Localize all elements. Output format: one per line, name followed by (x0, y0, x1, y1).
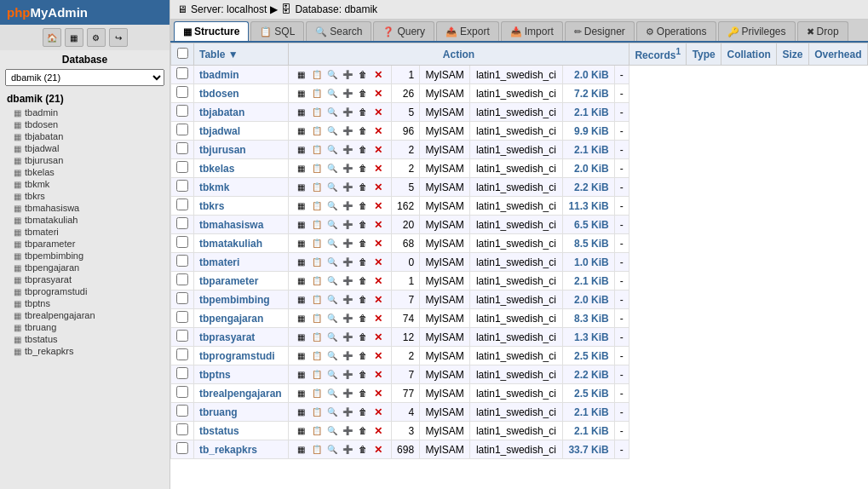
row-checkbox[interactable] (176, 405, 188, 417)
empty-icon[interactable]: 🗑 (356, 424, 370, 438)
table-name-cell[interactable]: tbkrs (194, 197, 289, 216)
browse-icon[interactable]: ▦ (295, 218, 308, 232)
structure-icon[interactable]: 📋 (310, 312, 324, 325)
row-checkbox[interactable] (176, 273, 188, 285)
table-name-cell[interactable]: tbkmk (194, 178, 289, 197)
table-name-cell[interactable]: tbdosen (194, 84, 289, 103)
insert-icon[interactable]: ➕ (341, 181, 354, 194)
empty-icon[interactable]: 🗑 (356, 162, 370, 175)
sidebar-item-tbprasyarat[interactable]: ▦tbprasyarat (0, 273, 170, 285)
insert-icon[interactable]: ➕ (341, 218, 354, 232)
browse-icon[interactable]: ▦ (295, 124, 308, 138)
table-name-cell[interactable]: tbjadwal (194, 122, 289, 141)
tab-query[interactable]: ❓Query (373, 21, 434, 41)
drop-icon[interactable]: ✕ (371, 68, 385, 82)
tab-import[interactable]: 📥Import (501, 21, 563, 41)
db-select[interactable]: dbamik (21) (5, 69, 164, 86)
search-icon[interactable]: 🔍 (325, 256, 339, 269)
browse-icon[interactable]: ▦ (295, 106, 308, 119)
row-checkbox[interactable] (176, 311, 188, 323)
insert-icon[interactable]: ➕ (341, 143, 354, 157)
table-name-cell[interactable]: tbmateri (194, 253, 289, 272)
sidebar-item-tbstatus[interactable]: ▦tbstatus (0, 333, 170, 345)
insert-icon[interactable]: ➕ (341, 68, 354, 82)
table-name-cell[interactable]: tbprasyarat (194, 328, 289, 347)
search-icon[interactable]: 🔍 (325, 106, 339, 119)
table-name-cell[interactable]: tbkelas (194, 159, 289, 178)
drop-icon[interactable]: ✕ (371, 387, 385, 400)
sidebar-item-tb_rekapkrs[interactable]: ▦tb_rekapkrs (0, 345, 170, 357)
drop-icon[interactable]: ✕ (371, 181, 385, 194)
structure-icon[interactable]: 📋 (310, 143, 324, 157)
row-checkbox[interactable] (176, 423, 188, 435)
sidebar-item-tbparameter[interactable]: ▦tbparameter (0, 238, 170, 250)
search-icon[interactable]: 🔍 (325, 387, 339, 400)
row-checkbox[interactable] (176, 255, 188, 267)
structure-icon[interactable]: 📋 (310, 349, 324, 363)
logout-icon[interactable]: ↪ (109, 28, 128, 47)
insert-icon[interactable]: ➕ (341, 256, 354, 269)
browse-icon[interactable]: ▦ (295, 424, 308, 438)
table-name-cell[interactable]: tbadmin (194, 66, 289, 84)
row-checkbox[interactable] (176, 348, 188, 360)
insert-icon[interactable]: ➕ (341, 237, 354, 250)
sidebar-item-tbpembimbing[interactable]: ▦tbpembimbing (0, 250, 170, 262)
insert-icon[interactable]: ➕ (341, 368, 354, 382)
row-checkbox[interactable] (176, 86, 188, 98)
empty-icon[interactable]: 🗑 (356, 87, 370, 101)
browse-icon[interactable]: ▦ (295, 68, 308, 82)
table-name-cell[interactable]: tbruang (194, 403, 289, 422)
insert-icon[interactable]: ➕ (341, 162, 354, 175)
insert-icon[interactable]: ➕ (341, 87, 354, 101)
browse-icon[interactable]: ▦ (295, 237, 308, 250)
drop-icon[interactable]: ✕ (371, 106, 385, 119)
sidebar-item-tbdosen[interactable]: ▦tbdosen (0, 118, 170, 130)
settings-icon[interactable]: ⚙ (87, 28, 106, 47)
structure-icon[interactable]: 📋 (310, 124, 324, 138)
sidebar-item-tbmahasiswa[interactable]: ▦tbmahasiswa (0, 202, 170, 214)
sidebar-item-tbkelas[interactable]: ▦tbkelas (0, 166, 170, 178)
empty-icon[interactable]: 🗑 (356, 349, 370, 363)
row-checkbox[interactable] (176, 180, 188, 192)
sidebar-item-tbjadwal[interactable]: ▦tbjadwal (0, 142, 170, 154)
drop-icon[interactable]: ✕ (371, 312, 385, 325)
structure-icon[interactable]: 📋 (310, 87, 324, 101)
sidebar-item-tbptns[interactable]: ▦tbptns (0, 297, 170, 309)
browse-icon[interactable]: ▦ (295, 406, 308, 419)
sidebar-item-tbadmin[interactable]: ▦tbadmin (0, 106, 170, 118)
sql-icon[interactable]: ▦ (65, 28, 83, 47)
structure-icon[interactable]: 📋 (310, 199, 324, 213)
drop-icon[interactable]: ✕ (371, 87, 385, 101)
sidebar-item-tbrealpengajaran[interactable]: ▦tbrealpengajaran (0, 309, 170, 321)
row-checkbox[interactable] (176, 124, 188, 135)
drop-icon[interactable]: ✕ (371, 162, 385, 175)
drop-icon[interactable]: ✕ (371, 274, 385, 288)
search-icon[interactable]: 🔍 (325, 162, 339, 175)
insert-icon[interactable]: ➕ (341, 331, 354, 344)
empty-icon[interactable]: 🗑 (356, 256, 370, 269)
sidebar-item-tbkmk[interactable]: ▦tbkmk (0, 178, 170, 190)
insert-icon[interactable]: ➕ (341, 293, 354, 307)
sidebar-item-tbmatakuliah[interactable]: ▦tbmatakuliah (0, 214, 170, 226)
empty-icon[interactable]: 🗑 (356, 274, 370, 288)
empty-icon[interactable]: 🗑 (356, 331, 370, 344)
structure-icon[interactable]: 📋 (310, 406, 324, 419)
tab-structure[interactable]: ▦Structure (174, 21, 249, 41)
empty-icon[interactable]: 🗑 (356, 68, 370, 82)
browse-icon[interactable]: ▦ (295, 387, 308, 400)
structure-icon[interactable]: 📋 (310, 162, 324, 175)
browse-icon[interactable]: ▦ (295, 256, 308, 269)
empty-icon[interactable]: 🗑 (356, 293, 370, 307)
drop-icon[interactable]: ✕ (371, 124, 385, 138)
drop-icon[interactable]: ✕ (371, 256, 385, 269)
sidebar-item-tbprogramstudi[interactable]: ▦tbprogramstudi (0, 285, 170, 297)
tab-sql[interactable]: 📋SQL (250, 21, 304, 41)
browse-icon[interactable]: ▦ (295, 443, 308, 457)
drop-icon[interactable]: ✕ (371, 406, 385, 419)
table-name-cell[interactable]: tbprogramstudi (194, 347, 289, 365)
table-name-cell[interactable]: tbjabatan (194, 103, 289, 122)
empty-icon[interactable]: 🗑 (356, 143, 370, 157)
search-icon[interactable]: 🔍 (325, 274, 339, 288)
drop-icon[interactable]: ✕ (371, 443, 385, 457)
insert-icon[interactable]: ➕ (341, 406, 354, 419)
